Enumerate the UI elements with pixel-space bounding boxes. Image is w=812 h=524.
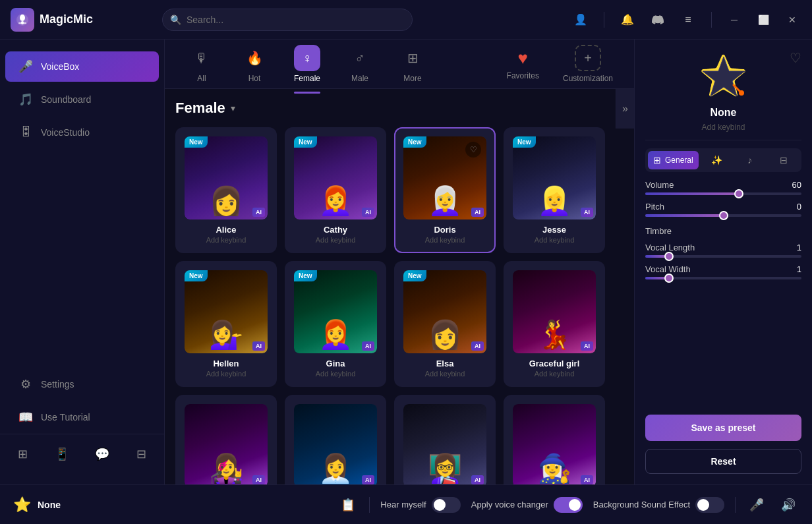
voice-card-gina[interactable]: 👩‍🦰 New AI Gina Add keybind bbox=[285, 261, 386, 387]
pitch-slider-thumb[interactable] bbox=[719, 211, 728, 220]
tab-all-label: All bbox=[197, 74, 206, 83]
voice-card-cathy[interactable]: 👩‍🦰 New AI Cathy Add keybind bbox=[285, 127, 386, 253]
apply-voice-label: Apply voice changer bbox=[471, 500, 548, 509]
voice-card-hellen-name: Hellen bbox=[185, 359, 268, 368]
bottom-message-icon[interactable]: 💬 bbox=[90, 442, 114, 466]
vocal-width-slider-thumb[interactable] bbox=[664, 274, 674, 283]
sidebar-label-tutorial: Use Tutorial bbox=[41, 412, 90, 422]
voice-card-elsa-keybind[interactable]: Add keybind bbox=[403, 370, 486, 378]
voice-card-elegant-girl[interactable]: 👩‍💼 AI Elegant girl Add keybind bbox=[285, 395, 386, 484]
tab-favorites-label: Favorites bbox=[507, 71, 539, 80]
voice-card-elsa-img: 👩 New AI bbox=[403, 270, 486, 353]
voice-card-gina-keybind[interactable]: Add keybind bbox=[294, 370, 377, 378]
voice-card-female-voice[interactable]: 👩‍🎤 AI Female voice Add keybind bbox=[175, 395, 277, 484]
tab-male[interactable]: ♂ Male bbox=[334, 40, 386, 88]
logo-icon bbox=[11, 8, 34, 32]
bottom-layers-icon[interactable]: ⊟ bbox=[130, 442, 154, 466]
voice-card-elsa-name: Elsa bbox=[403, 359, 486, 368]
save-preset-button[interactable]: Save as preset bbox=[645, 415, 801, 441]
maximize-button[interactable]: ⬜ bbox=[754, 11, 772, 29]
voice-card-unique-female[interactable]: 🧙‍♀️ AI Unique female voice Add keybind bbox=[504, 395, 605, 484]
hear-myself-toggle[interactable] bbox=[432, 497, 461, 513]
sidebar-item-tutorial[interactable]: 📖 Use Tutorial bbox=[5, 402, 159, 432]
voice-card-hellen-keybind[interactable]: Add keybind bbox=[185, 370, 268, 378]
effects-tab-icon: ✨ bbox=[711, 155, 722, 165]
vocal-width-slider-track[interactable] bbox=[645, 277, 801, 279]
badge-new-doris: New bbox=[403, 136, 426, 148]
apply-voice-toggle[interactable] bbox=[554, 497, 583, 513]
voice-card-elsa[interactable]: 👩 New AI Elsa Add keybind bbox=[394, 261, 496, 387]
vocal-length-slider-track[interactable] bbox=[645, 255, 801, 258]
tab-more[interactable]: ⊞ More bbox=[386, 40, 439, 88]
search-bar[interactable]: 🔍 bbox=[162, 9, 413, 31]
panel-tab-settings[interactable]: ⊟ bbox=[768, 151, 799, 169]
vocal-width-slider-row: Vocal Width 1 bbox=[645, 264, 801, 279]
volume-icon[interactable]: 🔊 bbox=[778, 494, 799, 515]
sidebar-item-voicestudio[interactable]: 🎛 VoiceStudio bbox=[5, 117, 159, 147]
sidebar-item-settings[interactable]: ⚙ Settings bbox=[5, 369, 159, 399]
vocal-length-label: Vocal Length bbox=[645, 243, 695, 252]
voice-card-gina-name: Gina bbox=[294, 359, 377, 368]
close-button[interactable]: ✕ bbox=[783, 11, 801, 29]
clip-icon[interactable]: 📋 bbox=[337, 494, 359, 515]
user-icon[interactable]: 👤 bbox=[571, 10, 591, 30]
voice-card-female-teacher[interactable]: 👩‍🏫 AI Female teacher Add keybind bbox=[394, 395, 496, 484]
heart-btn-doris[interactable]: ♡ bbox=[465, 142, 481, 158]
sidebar-item-voicebox[interactable]: 🎤 VoiceBox bbox=[5, 51, 159, 82]
tab-customization[interactable]: + Customization bbox=[552, 40, 624, 88]
voice-card-graceful-girl[interactable]: 💃 AI Graceful girl Add keybind bbox=[504, 261, 605, 387]
voice-card-doris-name: Doris bbox=[403, 225, 486, 235]
voice-card-cathy-keybind[interactable]: Add keybind bbox=[294, 236, 377, 244]
pitch-slider-track[interactable] bbox=[645, 214, 801, 217]
badge-ai-doris: AI bbox=[471, 208, 484, 217]
notification-icon[interactable]: 🔔 bbox=[618, 10, 637, 30]
hear-myself-label: Hear myself bbox=[380, 500, 426, 509]
panel-tab-general[interactable]: ⊞ General bbox=[648, 151, 699, 169]
bottom-grid-icon[interactable]: ⊞ bbox=[11, 442, 34, 466]
bottom-phone-icon[interactable]: 📱 bbox=[50, 442, 74, 466]
panel-tab-music[interactable]: ♪ bbox=[734, 151, 765, 169]
mic-icon[interactable]: 🎤 bbox=[746, 494, 767, 515]
avatar-unique-female: 🧙‍♀️ bbox=[513, 404, 596, 484]
right-panel: ♡ ⭐ ⭐ None Add keybind ⊞ General ✨ bbox=[634, 40, 812, 484]
volume-slider-thumb[interactable] bbox=[734, 189, 743, 198]
panel-tab-effects[interactable]: ✨ bbox=[701, 151, 732, 169]
vocal-length-slider-thumb[interactable] bbox=[664, 252, 674, 261]
voice-card-doris[interactable]: 👩‍🦳 New AI ♡ Doris Add keybind bbox=[394, 127, 496, 253]
sidebar-item-soundboard[interactable]: 🎵 Soundboard bbox=[5, 84, 159, 115]
voice-card-hellen[interactable]: 💁‍♀️ New AI Hellen Add keybind bbox=[175, 261, 277, 387]
voice-card-jesse-name: Jesse bbox=[513, 225, 596, 235]
tab-all[interactable]: 🎙 All bbox=[175, 40, 228, 88]
discord-icon[interactable] bbox=[648, 10, 668, 30]
tab-female-icon: ♀ bbox=[294, 45, 320, 71]
panel-keybind-text[interactable]: Add keybind bbox=[701, 123, 745, 132]
section-dropdown-arrow[interactable]: ▾ bbox=[231, 103, 235, 113]
voicebox-icon: 🎤 bbox=[18, 59, 33, 74]
hear-myself-group: Hear myself bbox=[380, 497, 460, 513]
panel-heart-icon[interactable]: ♡ bbox=[790, 50, 801, 66]
bg-sound-toggle[interactable] bbox=[695, 497, 724, 513]
expand-toggle[interactable]: » bbox=[616, 89, 634, 129]
voicestudio-icon: 🎛 bbox=[18, 125, 33, 139]
menu-icon[interactable]: ≡ bbox=[678, 10, 698, 30]
tab-hot[interactable]: 🔥 Hot bbox=[228, 40, 281, 88]
voice-card-gina-img: 👩‍🦰 New AI bbox=[294, 270, 377, 353]
voice-grid-container: Female ▾ 👩 New AI Alice Add keybind bbox=[165, 89, 634, 484]
voice-card-jesse-keybind[interactable]: Add keybind bbox=[513, 236, 596, 244]
tab-hot-label: Hot bbox=[248, 74, 261, 83]
reset-button[interactable]: Reset bbox=[645, 449, 801, 474]
volume-slider-track[interactable] bbox=[645, 192, 801, 195]
search-input[interactable] bbox=[162, 9, 413, 31]
voice-card-alice[interactable]: 👩 New AI Alice Add keybind bbox=[175, 127, 277, 253]
tab-female[interactable]: ♀ Female bbox=[281, 40, 334, 88]
voice-list-area: Female ▾ 👩 New AI Alice Add keybind bbox=[165, 89, 616, 484]
voice-card-graceful-keybind[interactable]: Add keybind bbox=[513, 370, 596, 378]
star-svg bbox=[701, 53, 747, 100]
badge-ai-elegant: AI bbox=[362, 475, 374, 484]
tab-favorites[interactable]: ♥ Favorites bbox=[494, 43, 552, 86]
minimize-button[interactable]: ─ bbox=[725, 11, 743, 29]
voice-card-doris-keybind[interactable]: Add keybind bbox=[403, 236, 486, 244]
voice-card-jesse[interactable]: 👱‍♀️ New AI Jesse Add keybind bbox=[504, 127, 605, 253]
panel-tab-general-label: General bbox=[665, 156, 693, 165]
voice-card-alice-keybind[interactable]: Add keybind bbox=[185, 236, 268, 244]
